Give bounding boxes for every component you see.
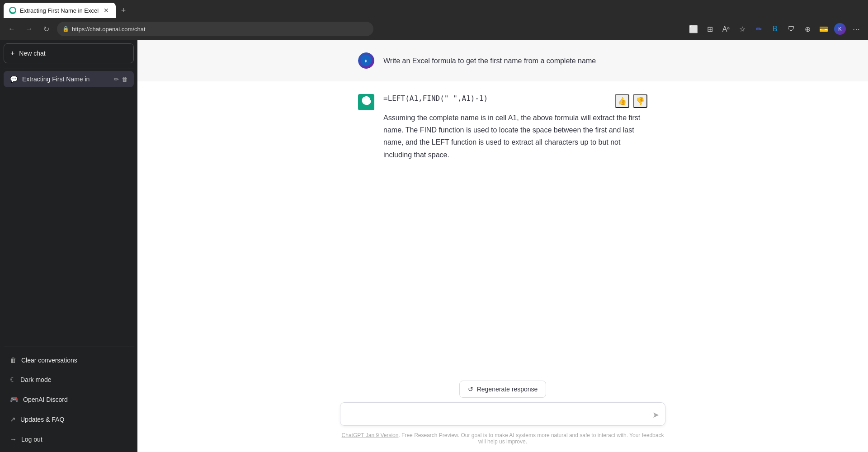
more-menu-icon[interactable]: ⋯ <box>850 23 863 35</box>
new-chat-label: New chat <box>19 50 45 57</box>
trash-icon: 🗑 <box>10 356 17 364</box>
assistant-body-text: Assuming the complete name is in cell A1… <box>383 112 647 161</box>
conversation-icon: 💬 <box>10 75 18 83</box>
cast-icon[interactable]: ⬜ <box>687 23 700 35</box>
edge-copilot-icon[interactable]: ✏ <box>752 23 765 35</box>
sidebar-bottom: 🗑 Clear conversations ☾ Dark mode 🎮 Open… <box>4 351 134 448</box>
thumbs-up-button[interactable]: 👍 <box>615 94 629 108</box>
address-url: https://chat.openai.com/chat <box>72 26 368 33</box>
sidebar-bottom-divider <box>4 347 134 347</box>
conversation-title: Extracting First Name in <box>22 75 109 83</box>
dark-mode-label: Dark mode <box>20 376 51 383</box>
chat-messages: K Write an Excel formula to get the firs… <box>137 40 868 373</box>
plus-icon: + <box>10 49 14 57</box>
user-message: K Write an Excel formula to get the firs… <box>340 52 665 69</box>
tab-title: Extracting First Name in Excel <box>20 7 99 14</box>
lock-icon: 🔒 <box>62 26 69 32</box>
formula-block: =LEFT(A1,FIND(" ",A1)-1) <box>383 94 647 103</box>
user-message-text: Write an Excel formula to get the first … <box>383 52 596 69</box>
thumbs-down-button[interactable]: 👎 <box>633 94 647 108</box>
external-link-icon: ↗ <box>10 415 16 424</box>
refresh-button[interactable]: ↻ <box>40 23 52 35</box>
footer-version-link[interactable]: ChatGPT Jan 9 Version <box>342 432 399 438</box>
assistant-avatar <box>358 94 374 110</box>
chat-input-area: ↺ Regenerate response ➤ ChatGPT Jan 9 Ve… <box>137 373 868 452</box>
font-icon[interactable]: Aᵃ <box>720 23 732 35</box>
wallet-icon[interactable]: 💳 <box>817 23 830 35</box>
logout-label: Log out <box>21 436 42 443</box>
conversation-item[interactable]: 💬 Extracting First Name in ✏ 🗑 <box>4 71 134 87</box>
address-bar[interactable]: 🔒 https://chat.openai.com/chat <box>57 22 373 36</box>
favorites-icon[interactable]: ☆ <box>736 23 749 35</box>
chat-input[interactable] <box>340 402 665 426</box>
reading-list-icon[interactable]: ⊕ <box>801 23 814 35</box>
tab-bar: Extracting First Name in Excel ✕ + <box>0 0 868 18</box>
user-avatar: K <box>358 52 374 69</box>
user-avatar-image: K <box>358 52 374 69</box>
tab-close-button[interactable]: ✕ <box>102 6 110 14</box>
chatgpt-logo-icon <box>361 96 371 108</box>
bing-icon[interactable]: B <box>769 23 781 35</box>
app: + New chat 💬 Extracting First Name in ✏ … <box>0 40 868 452</box>
assistant-message-wrapper: =LEFT(A1,FIND(" ",A1)-1) Assuming the co… <box>137 81 868 174</box>
new-tab-button[interactable]: + <box>116 3 131 18</box>
updates-faq-label: Updates & FAQ <box>20 416 64 423</box>
svg-text:K: K <box>365 59 368 63</box>
sidebar-item-discord[interactable]: 🎮 OpenAI Discord <box>4 390 134 409</box>
user-message-wrapper: K Write an Excel formula to get the firs… <box>137 40 868 81</box>
sidebar-divider-top <box>4 69 134 69</box>
delete-conversation-button[interactable]: 🗑 <box>122 76 127 83</box>
tab-favicon <box>9 7 16 14</box>
sidebar-spacer <box>4 87 134 343</box>
assistant-content: =LEFT(A1,FIND(" ",A1)-1) Assuming the co… <box>383 94 647 161</box>
active-tab[interactable]: Extracting First Name in Excel ✕ <box>4 3 116 18</box>
discord-icon: 🎮 <box>10 396 19 404</box>
profile-icon[interactable]: K <box>834 23 846 35</box>
sidebar-item-dark-mode[interactable]: ☾ Dark mode <box>4 370 134 389</box>
logout-icon: → <box>10 435 17 443</box>
assistant-message: =LEFT(A1,FIND(" ",A1)-1) Assuming the co… <box>340 94 665 161</box>
footer-text: ChatGPT Jan 9 Version. Free Research Pre… <box>340 432 665 445</box>
regenerate-label: Regenerate response <box>477 386 538 393</box>
footer-description: . Free Research Preview. Our goal is to … <box>398 432 664 445</box>
sidebar-item-clear-conversations[interactable]: 🗑 Clear conversations <box>4 351 134 369</box>
new-chat-button[interactable]: + New chat <box>4 43 134 63</box>
moon-icon: ☾ <box>10 376 16 384</box>
sidebar: + New chat 💬 Extracting First Name in ✏ … <box>0 40 137 452</box>
tab-search-icon[interactable]: ⊞ <box>703 23 716 35</box>
regenerate-icon: ↺ <box>468 386 473 393</box>
shield-icon[interactable]: 🛡 <box>785 23 797 35</box>
sidebar-item-logout[interactable]: → Log out <box>4 430 134 448</box>
forward-button[interactable]: → <box>23 23 35 35</box>
discord-label: OpenAI Discord <box>23 396 68 403</box>
regenerate-response-button[interactable]: ↺ Regenerate response <box>459 381 547 398</box>
message-actions: 👍 👎 <box>615 94 647 108</box>
chat-input-wrapper: ➤ <box>340 402 665 428</box>
back-button[interactable]: ← <box>5 23 18 35</box>
chat-area: K Write an Excel formula to get the firs… <box>137 40 868 452</box>
nav-actions: ⬜ ⊞ Aᵃ ☆ ✏ B 🛡 ⊕ 💳 K ⋯ <box>687 23 863 35</box>
clear-conversations-label: Clear conversations <box>21 357 77 364</box>
conversation-actions: ✏ 🗑 <box>114 76 127 83</box>
send-button[interactable]: ➤ <box>652 410 659 420</box>
edit-conversation-button[interactable]: ✏ <box>114 76 119 83</box>
sidebar-item-updates-faq[interactable]: ↗ Updates & FAQ <box>4 410 134 429</box>
browser-nav: ← → ↻ 🔒 https://chat.openai.com/chat ⬜ ⊞… <box>0 18 868 40</box>
